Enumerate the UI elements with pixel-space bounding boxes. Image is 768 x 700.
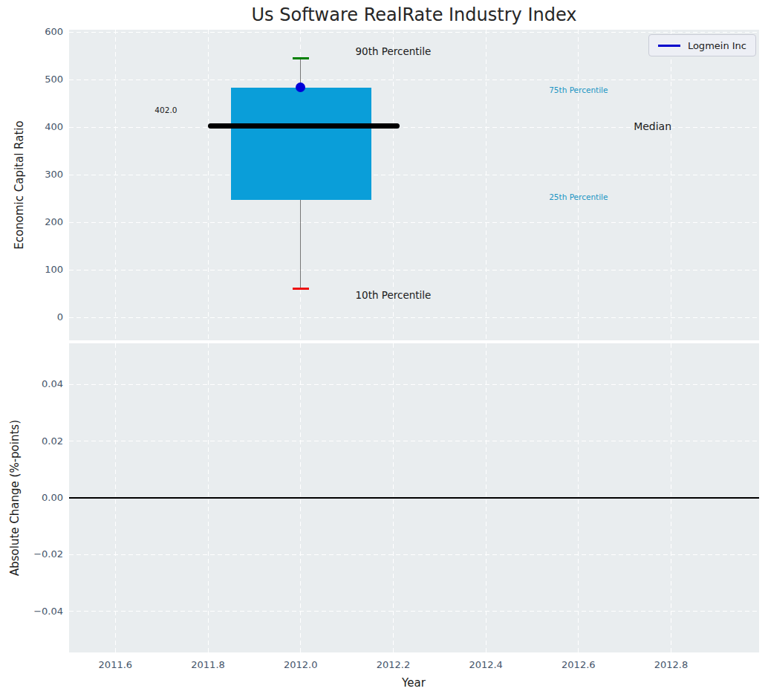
x-tick-label: 2012.0 — [284, 658, 318, 672]
gridline-y — [69, 270, 759, 270]
annotation: 25th Percentile — [549, 192, 608, 201]
gridline-y — [69, 222, 759, 223]
annotation: 10th Percentile — [355, 289, 431, 301]
gridline-x — [115, 30, 116, 340]
gridline-x — [671, 30, 671, 340]
x-tick-label: 2011.8 — [191, 658, 225, 672]
gridline-y — [69, 554, 759, 555]
gridline-y — [69, 175, 759, 175]
figure: Us Software RealRate Industry Index 90th… — [0, 0, 768, 700]
cap-90th-percentile — [293, 57, 309, 59]
y-tick-label: 100 — [45, 263, 63, 276]
y-tick-label: 200 — [45, 215, 63, 229]
bottom-axes-change — [69, 343, 759, 652]
top-axes-boxplot: 90th Percentile75th PercentileMedian25th… — [69, 30, 759, 340]
legend-label: Logmein Inc — [688, 40, 746, 51]
cap-10th-percentile — [293, 288, 309, 290]
y-tick-label: −0.04 — [33, 605, 63, 618]
median-line — [208, 123, 400, 129]
y-tick-label: 400 — [45, 120, 63, 134]
y-axis-label-bottom: Absolute Change (%-points) — [8, 420, 22, 576]
y-tick-label: 0 — [57, 311, 63, 324]
gridline-x — [208, 30, 209, 340]
gridline-y — [69, 32, 759, 33]
x-tick-label: 2011.6 — [99, 658, 133, 672]
gridline-x — [578, 30, 579, 340]
gridline-x — [486, 30, 486, 340]
y-axis-label-top: Economic Capital Ratio — [13, 120, 26, 249]
gridline-y — [69, 441, 759, 441]
chart-title: Us Software RealRate Industry Index — [69, 4, 759, 25]
y-tick-label: 300 — [45, 168, 63, 181]
gridline-y — [69, 317, 759, 318]
legend: Logmein Inc — [648, 34, 756, 56]
y-tick-label: 500 — [45, 73, 63, 86]
legend-line-icon — [658, 45, 680, 47]
annotation: 402.0 — [154, 106, 177, 114]
x-tick-label: 2012.6 — [562, 658, 596, 672]
y-tick-label: 0.02 — [42, 435, 63, 448]
y-tick-label: −0.02 — [33, 548, 63, 561]
annotation: 75th Percentile — [549, 85, 608, 94]
x-tick-label: 2012.4 — [469, 658, 503, 672]
y-tick-label: 600 — [45, 25, 63, 39]
gridline-y — [69, 611, 759, 612]
annotation: 90th Percentile — [355, 45, 431, 57]
gridline-y — [69, 80, 759, 80]
x-tick-label: 2012.8 — [654, 658, 689, 672]
iqr-box — [231, 88, 371, 199]
gridline-y — [69, 384, 759, 385]
annotation: Median — [634, 120, 671, 132]
x-axis-label: Year — [402, 676, 426, 690]
y-tick-label: 0.00 — [42, 491, 63, 505]
x-tick-label: 2012.2 — [377, 658, 411, 672]
y-tick-label: 0.04 — [42, 377, 63, 391]
zero-line — [69, 497, 759, 499]
